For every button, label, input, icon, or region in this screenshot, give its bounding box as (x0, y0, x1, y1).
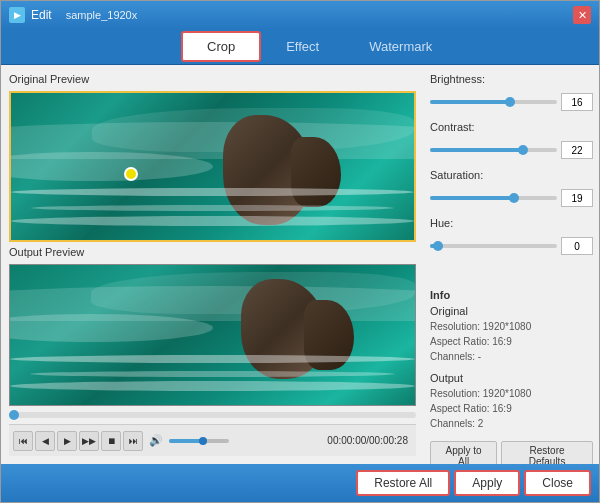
out-foam-1 (10, 355, 415, 363)
scrubber-thumb[interactable] (9, 410, 19, 420)
saturation-row: Saturation: (430, 169, 593, 181)
brightness-input[interactable]: 16 (561, 93, 593, 111)
scrubber-container[interactable] (9, 410, 416, 420)
contrast-label: Contrast: (430, 121, 490, 133)
hue-thumb[interactable] (433, 241, 443, 251)
output-preview-label: Output Preview (9, 246, 416, 258)
brightness-row: Brightness: (430, 73, 593, 85)
brightness-slider[interactable] (430, 95, 557, 109)
contrast-fill (430, 148, 521, 152)
play-button[interactable]: ▶ (57, 431, 77, 451)
volume-bar[interactable] (169, 439, 229, 443)
contrast-slider[interactable] (430, 143, 557, 157)
hue-label: Hue: (430, 217, 490, 229)
tab-watermark[interactable]: Watermark (344, 32, 457, 61)
contrast-input[interactable]: 22 (561, 141, 593, 159)
out-foam-3 (10, 381, 415, 391)
foam-decoration-2 (31, 205, 394, 211)
saturation-thumb[interactable] (509, 193, 519, 203)
title-bar-left: ▶ Edit sample_1920x (9, 7, 137, 23)
saturation-input[interactable]: 19 (561, 189, 593, 207)
time-total: 00:00:28 (369, 435, 408, 446)
right-panel: Brightness: 16 Contrast: (424, 65, 599, 464)
brightness-control: 16 (430, 93, 593, 111)
window-icon: ▶ (9, 7, 25, 23)
restore-all-button[interactable]: Restore All (356, 470, 450, 496)
info-section: Info Original Resolution: 1920*1080 Aspe… (430, 289, 593, 431)
saturation-fill (430, 196, 513, 200)
hue-input[interactable]: 0 (561, 237, 593, 255)
saturation-track[interactable] (430, 196, 557, 200)
apply-button[interactable]: Apply (454, 470, 520, 496)
edit-window: ▶ Edit sample_1920x ✕ Crop Effect Waterm… (0, 0, 600, 503)
brightness-label: Brightness: (430, 73, 490, 85)
volume-icon: 🔊 (149, 434, 163, 447)
output-resolution: Resolution: 1920*1080 (430, 386, 593, 401)
output-preview-frame (9, 264, 416, 406)
scrubber-track[interactable] (9, 412, 416, 418)
tab-effect[interactable]: Effect (261, 32, 344, 61)
step-forward-button[interactable]: ▶▶ (79, 431, 99, 451)
apply-to-all-button[interactable]: Apply to All (430, 441, 497, 464)
contrast-row: Contrast: (430, 121, 593, 133)
original-channels: Channels: - (430, 349, 593, 364)
time-display: 00:00:00/00:00:28 (327, 435, 408, 446)
location-marker (124, 167, 138, 181)
foam-decoration-1 (11, 188, 414, 196)
wave-decoration-2 (9, 152, 213, 181)
output-aspect: Aspect Ratio: 16:9 (430, 401, 593, 416)
window-title: Edit (31, 8, 52, 22)
contrast-control: 22 (430, 141, 593, 159)
stop-button[interactable]: ⏹ (101, 431, 121, 451)
volume-thumb[interactable] (199, 437, 207, 445)
original-preview-label: Original Preview (9, 73, 416, 85)
out-foam-2 (30, 371, 395, 377)
output-preview-canvas (10, 265, 415, 405)
skip-back-button[interactable]: ⏮ (13, 431, 33, 451)
time-current: 00:00:00 (327, 435, 366, 446)
skip-forward-button[interactable]: ⏭ (123, 431, 143, 451)
saturation-control: 19 (430, 189, 593, 207)
filename-label: sample_1920x (66, 9, 138, 21)
tab-bar: Crop Effect Watermark (1, 29, 599, 65)
original-info-title: Original (430, 305, 593, 317)
brightness-thumb[interactable] (505, 97, 515, 107)
side-action-buttons: Apply to All Restore Defaults (430, 435, 593, 464)
output-channels: Channels: 2 (430, 416, 593, 431)
hue-control: 0 (430, 237, 593, 255)
info-title: Info (430, 289, 593, 301)
tab-crop[interactable]: Crop (181, 31, 261, 62)
close-button[interactable]: Close (524, 470, 591, 496)
foam-decoration-3 (11, 216, 414, 226)
saturation-slider[interactable] (430, 191, 557, 205)
saturation-label: Saturation: (430, 169, 490, 181)
main-content: Original Preview Output Preview (1, 65, 599, 464)
title-bar: ▶ Edit sample_1920x ✕ (1, 1, 599, 29)
original-preview-canvas (11, 93, 414, 240)
out-wave-2 (9, 314, 213, 342)
hue-slider[interactable] (430, 239, 557, 253)
hue-row: Hue: (430, 217, 593, 229)
hue-track[interactable] (430, 244, 557, 248)
output-info-block: Output Resolution: 1920*1080 Aspect Rati… (430, 372, 593, 431)
close-icon[interactable]: ✕ (573, 6, 591, 24)
brightness-fill (430, 100, 509, 104)
brightness-track[interactable] (430, 100, 557, 104)
original-resolution: Resolution: 1920*1080 (430, 319, 593, 334)
volume-fill (169, 439, 202, 443)
restore-defaults-button[interactable]: Restore Defaults (501, 441, 593, 464)
bottom-button-bar: Restore All Apply Close (1, 464, 599, 502)
controls-bar: ⏮ ◀ ▶ ▶▶ ⏹ ⏭ 🔊 00:00:00/00:00:28 (9, 424, 416, 456)
original-preview-frame (9, 91, 416, 242)
contrast-thumb[interactable] (518, 145, 528, 155)
step-back-button[interactable]: ◀ (35, 431, 55, 451)
output-info-title: Output (430, 372, 593, 384)
contrast-track[interactable] (430, 148, 557, 152)
original-aspect: Aspect Ratio: 16:9 (430, 334, 593, 349)
left-panel: Original Preview Output Preview (1, 65, 424, 464)
